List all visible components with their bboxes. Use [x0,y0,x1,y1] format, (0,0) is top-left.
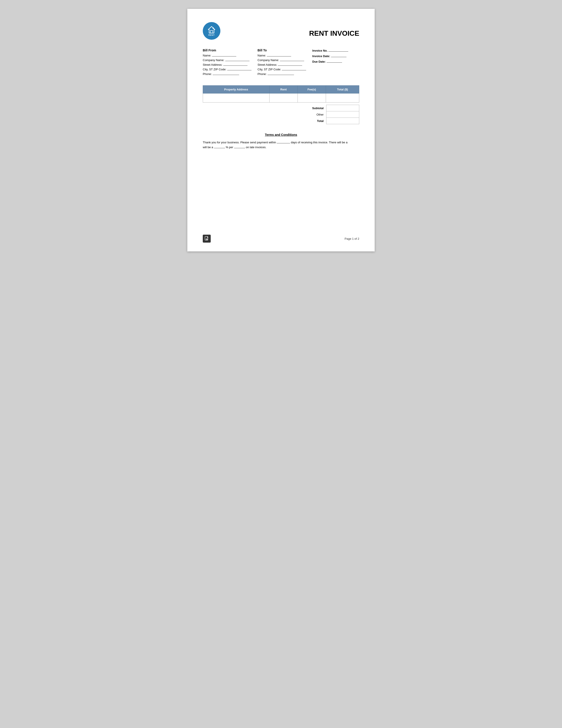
subtotal-row: Subtotal [301,105,359,111]
svg-rect-1 [211,30,213,33]
bill-from-street-row: Street Address: [203,63,250,66]
bill-from-company-label: Company Name: [203,58,224,62]
invoice-no-row: Invoice No. [312,49,359,52]
bill-from-phone-row: Phone: [203,72,250,76]
bill-to-street-field[interactable] [278,63,302,66]
terms-title: Terms and Conditions [203,133,359,137]
col-total: Total ($) [326,86,359,94]
logo-text: RENT [209,34,215,36]
invoice-date-label: Invoice Date: [312,54,330,58]
bill-from-phone-label: Phone: [203,72,212,76]
other-value[interactable] [326,111,359,118]
bill-from-phone-field[interactable] [213,72,239,75]
table-row [203,94,359,103]
bill-to-phone-field[interactable] [268,72,294,75]
bill-from-street-field[interactable] [223,63,248,66]
bill-from-city-label: City, ST ZIP Code: [203,68,226,71]
bill-to-company-row: Company Name: [258,58,304,62]
bill-from-name-field[interactable] [212,53,236,56]
totals-section: Subtotal Other Total [203,105,359,124]
total-row: Total [301,118,359,124]
bill-to-company-field[interactable] [280,58,304,61]
bill-to-title: Bill To [258,49,304,52]
totals-table: Subtotal Other Total [301,105,359,124]
terms-blank-days[interactable] [277,140,290,143]
bill-from-city-row: City, ST ZIP Code: [203,67,250,71]
other-label: Other [301,111,326,118]
invoice-no-label: Invoice No. [312,49,327,52]
bill-to-city-field[interactable] [282,67,306,70]
invoice-page: RENT RENT INVOICE Bill From Name: Compan… [187,9,375,251]
page-number: Page 1 of 2 [345,237,359,240]
bill-to-column: Bill To Name: Company Name: Street Addre… [258,49,304,77]
footer-logo-icon: e [203,235,211,243]
document-icon: e [205,236,209,241]
invoice-table: Property Address Rent Fee(s) Total ($) [203,85,359,103]
invoice-info-column: Invoice No. Invoice Date: Due Date: [312,49,359,77]
subtotal-value[interactable] [326,105,359,111]
terms-text-part4: on late invoices. [246,146,266,149]
rent-logo-icon [208,26,216,34]
terms-text-part3: % per [226,146,233,149]
svg-marker-0 [208,26,215,33]
bill-to-phone-row: Phone: [258,72,304,76]
total-label: Total [301,118,326,124]
bill-from-company-field[interactable] [225,58,250,61]
fees-cell[interactable] [297,94,326,103]
bill-from-title: Bill From [203,49,250,52]
invoice-no-field[interactable] [328,49,348,52]
terms-text: Thank you for your business. Please send… [203,140,359,150]
col-rent: Rent [269,86,297,94]
bill-to-name-label: Name: [258,54,266,57]
col-property-address: Property Address [203,86,270,94]
invoice-date-row: Invoice Date: [312,54,359,58]
bill-to-street-label: Street Address: [258,63,277,66]
bill-from-column: Bill From Name: Company Name: Street Add… [203,49,250,77]
terms-blank-period[interactable] [234,145,245,148]
footer: e Page 1 of 2 [203,235,359,243]
logo: RENT [203,22,221,40]
other-row: Other [301,111,359,118]
due-date-row: Due Date: [312,60,359,63]
bill-from-city-field[interactable] [227,67,252,70]
bill-from-name-row: Name: [203,53,250,57]
terms-will-be: will be a [203,146,214,149]
bill-to-phone-label: Phone: [258,72,267,76]
terms-text-part1: Thank you for your business. Please send… [203,141,276,144]
rent-cell[interactable] [269,94,297,103]
due-date-label: Due Date: [312,60,326,63]
bill-to-name-field[interactable] [267,53,291,56]
due-date-field[interactable] [326,60,342,63]
bill-from-name-label: Name: [203,54,211,57]
svg-rect-2 [213,27,214,29]
terms-text-part2: days of receiving this invoice. There wi… [291,141,347,144]
col-fees: Fee(s) [297,86,326,94]
bill-info-section: Bill From Name: Company Name: Street Add… [203,49,359,77]
bill-from-company-row: Company Name: [203,58,250,62]
bill-to-name-row: Name: [258,53,304,57]
terms-section: Terms and Conditions Thank you for your … [203,133,359,150]
bill-to-company-label: Company Name: [258,58,279,62]
svg-text:e: e [207,239,207,240]
invoice-title: RENT INVOICE [309,29,359,37]
terms-blank-percent[interactable] [214,145,225,148]
property-address-cell[interactable] [203,94,270,103]
bill-to-city-row: City, ST ZIP Code: [258,67,304,71]
invoice-date-field[interactable] [331,54,346,57]
table-header-row: Property Address Rent Fee(s) Total ($) [203,86,359,94]
bill-from-street-label: Street Address: [203,63,223,66]
subtotal-label: Subtotal [301,105,326,111]
header: RENT RENT INVOICE [203,22,359,40]
bill-to-city-label: City, ST ZIP Code: [258,68,281,71]
total-cell[interactable] [326,94,359,103]
bill-to-street-row: Street Address: [258,63,304,66]
total-value[interactable] [326,118,359,124]
